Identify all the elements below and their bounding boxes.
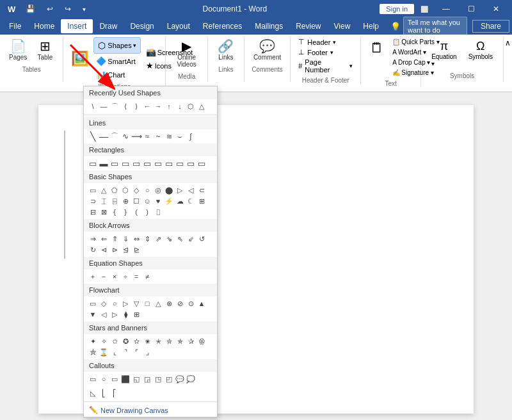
ribbon-collapse-button[interactable]: ∧ xyxy=(505,38,511,47)
maximize-button[interactable]: ☐ xyxy=(460,2,483,16)
barrow2[interactable]: ⇐ xyxy=(99,234,109,244)
shape-angle[interactable]: ⟨ xyxy=(120,101,131,111)
barrow1[interactable]: ⇒ xyxy=(88,234,98,244)
rect7[interactable]: ▭ xyxy=(153,158,163,168)
bshape1[interactable]: ▭ xyxy=(88,185,98,195)
barrow11[interactable]: ↺ xyxy=(196,234,207,244)
bshape24[interactable]: ⊠ xyxy=(99,207,109,217)
callout2[interactable]: ○ xyxy=(99,374,109,384)
shape-hline[interactable]: — xyxy=(99,101,109,111)
shape-down-arrow[interactable]: ↓ xyxy=(175,101,185,111)
flow10[interactable]: ⊙ xyxy=(186,298,196,309)
table-button[interactable]: ⊞ Table xyxy=(32,37,58,63)
star2[interactable]: ✧ xyxy=(99,336,109,346)
banner1[interactable]: ⌛ xyxy=(99,347,109,357)
sign-in-button[interactable]: Sign in xyxy=(380,4,414,14)
flow8[interactable]: ⊗ xyxy=(164,298,174,309)
callout4[interactable]: ⬛ xyxy=(120,374,131,384)
line1[interactable]: ╲ xyxy=(88,131,98,141)
shape-line[interactable]: \ xyxy=(88,101,98,111)
menu-review[interactable]: Review xyxy=(289,19,327,33)
bshape11[interactable]: ⊂ xyxy=(196,185,207,195)
bshape12[interactable]: ⊃ xyxy=(88,196,98,206)
star7[interactable]: ✭ xyxy=(153,336,163,346)
star9[interactable]: ✯ xyxy=(175,336,185,346)
rect11[interactable]: ▭ xyxy=(196,158,207,168)
new-canvas-button[interactable]: ✏️ New Drawing Canvas xyxy=(84,403,217,417)
bshape5[interactable]: ◇ xyxy=(131,185,141,195)
rect3[interactable]: ▭ xyxy=(109,158,120,168)
menu-references[interactable]: References xyxy=(196,19,248,33)
save-button[interactable]: 💾 xyxy=(22,3,39,15)
flow6[interactable]: □ xyxy=(142,298,152,309)
rect6[interactable]: ▭ xyxy=(142,158,152,168)
symbols-button[interactable]: Ω Symbols xyxy=(463,37,498,63)
star8[interactable]: ✮ xyxy=(164,336,174,346)
shapes-dropdown-button[interactable]: ⬡ Shapes ▾ xyxy=(93,37,140,54)
barrow7[interactable]: ⇗ xyxy=(153,234,163,244)
barrow14[interactable]: ⊳ xyxy=(109,245,120,255)
links-button[interactable]: 🔗 Links xyxy=(213,37,239,63)
barrow13[interactable]: ⊲ xyxy=(99,245,109,255)
flow2[interactable]: ◇ xyxy=(99,298,109,309)
barrow9[interactable]: ⇖ xyxy=(175,234,185,244)
menu-insert[interactable]: Insert xyxy=(61,19,93,33)
smart-art-button[interactable]: 🔷 SmartArt xyxy=(93,55,140,67)
undo-button[interactable]: ↩ xyxy=(43,3,57,15)
shape-left-arrow[interactable]: ← xyxy=(142,101,152,111)
barrow12[interactable]: ↻ xyxy=(88,245,98,255)
callout8[interactable]: ◰ xyxy=(164,374,174,384)
bshape26[interactable]: } xyxy=(120,207,131,217)
star4[interactable]: ✪ xyxy=(120,336,131,346)
line6[interactable]: ≈ xyxy=(142,131,152,141)
star5[interactable]: ✫ xyxy=(131,336,141,346)
bshape14[interactable]: ⌸ xyxy=(109,196,120,206)
barrow16[interactable]: ⊵ xyxy=(131,245,141,255)
star1[interactable]: ✦ xyxy=(88,336,98,346)
barrow10[interactable]: ⇙ xyxy=(186,234,196,244)
star10[interactable]: ✰ xyxy=(186,336,196,346)
banner3[interactable]: ⌝ xyxy=(120,347,131,357)
menu-file[interactable]: File xyxy=(3,19,28,33)
flow11[interactable]: ▲ xyxy=(196,298,207,309)
text-box-button[interactable]: 🗒 xyxy=(366,37,388,59)
footer-button[interactable]: ⊥ Footer ▾ xyxy=(296,47,340,57)
barrow5[interactable]: ⇔ xyxy=(131,234,141,244)
menu-mailings[interactable]: Mailings xyxy=(248,19,289,33)
banner5[interactable]: ⌟ xyxy=(142,347,152,357)
bshape8[interactable]: ⬤ xyxy=(164,185,174,195)
customize-button[interactable]: ▾ xyxy=(79,4,90,14)
barrow6[interactable]: ⇕ xyxy=(142,234,152,244)
line4[interactable]: ∿ xyxy=(120,131,131,141)
callout9[interactable]: 💬 xyxy=(175,374,185,384)
menu-layout[interactable]: Layout xyxy=(161,19,196,33)
banner2[interactable]: ⌞ xyxy=(109,347,120,357)
comment-button[interactable]: 💬 Comment xyxy=(250,37,285,63)
rect8[interactable]: ▭ xyxy=(164,158,174,168)
bshape4[interactable]: ⬡ xyxy=(120,185,131,195)
bshape2[interactable]: △ xyxy=(99,185,109,195)
bshape18[interactable]: ♥ xyxy=(153,196,163,206)
eq3[interactable]: × xyxy=(109,271,120,282)
menu-design[interactable]: Design xyxy=(124,19,160,33)
flow13[interactable]: ◁ xyxy=(99,309,109,319)
banner4[interactable]: ⌜ xyxy=(131,347,141,357)
shape-arc[interactable]: ⌒ xyxy=(109,101,120,111)
callout12[interactable]: ⎣ xyxy=(99,388,109,398)
menu-view[interactable]: View xyxy=(328,19,357,33)
line8[interactable]: ≋ xyxy=(164,131,174,141)
star11[interactable]: 🏵 xyxy=(196,336,207,346)
line9[interactable]: ⌣ xyxy=(175,131,185,141)
bshape10[interactable]: ◁ xyxy=(186,185,196,195)
shape-triangle[interactable]: △ xyxy=(196,101,207,111)
callout7[interactable]: ◳ xyxy=(153,374,163,384)
shape-angle2[interactable]: ⟩ xyxy=(131,101,141,111)
barrow4[interactable]: ⇓ xyxy=(120,234,131,244)
flow3[interactable]: ○ xyxy=(109,298,120,309)
rect4[interactable]: ▭ xyxy=(120,158,131,168)
bshape15[interactable]: ⊕ xyxy=(120,196,131,206)
line3[interactable]: ⌒ xyxy=(109,131,120,141)
callout13[interactable]: ⎡ xyxy=(109,388,120,398)
chart-button[interactable]: 📊 Chart xyxy=(93,69,140,81)
ribbon-toggle-button[interactable]: ⬜ xyxy=(417,4,432,14)
